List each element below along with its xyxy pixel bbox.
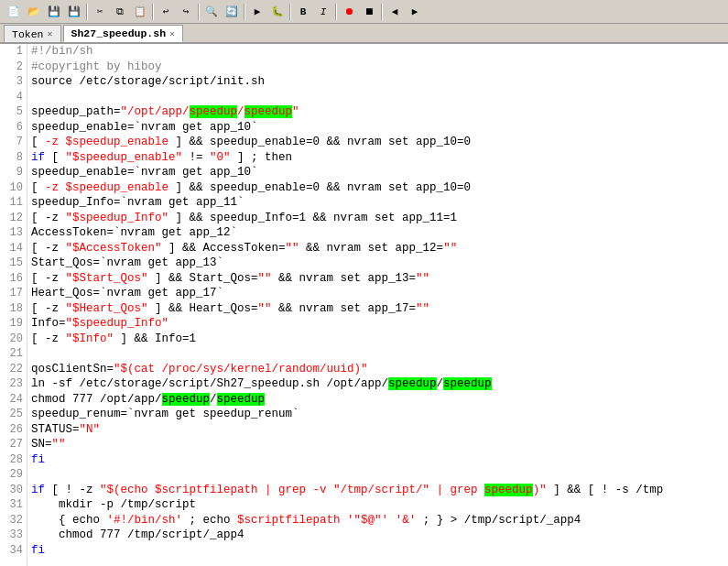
new-file-icon[interactable]: 📄 — [5, 3, 23, 21]
tab-token-close[interactable]: ✕ — [48, 28, 53, 39]
line-number: 29 — [0, 467, 27, 483]
toolbar: 📄 📂 💾 💾 ✂ ⧉ 📋 ↩ ↪ 🔍 🔄 ▶ 🐛 B I ⏺ ⏹ ◀ ▶ — [0, 0, 728, 24]
code-line: [ -z "$Start_Qos" ] && Start_Qos="" && n… — [31, 271, 724, 287]
line-number: 31 — [0, 497, 27, 513]
code-line: source /etc/storage/script/init.sh — [31, 74, 724, 90]
sep5 — [289, 4, 291, 20]
line-number: 18 — [0, 301, 27, 317]
code-line — [31, 90, 724, 105]
tabbar: Token ✕ Sh27_speedup.sh ✕ — [0, 24, 728, 44]
line-number: 15 — [0, 256, 27, 271]
italic-icon[interactable]: I — [314, 3, 332, 21]
code-line: [ -z $speedup_enable ] && speedup_enable… — [31, 180, 724, 196]
search-icon[interactable]: 🔍 — [202, 3, 221, 21]
line-number: 4 — [0, 90, 27, 105]
code-line: STATUS="N" — [31, 422, 724, 438]
tab-sh27[interactable]: Sh27_speedup.sh ✕ — [63, 25, 184, 42]
line-number: 27 — [0, 437, 27, 452]
debug-icon[interactable]: 🐛 — [268, 3, 287, 21]
code-line: Info="$speedup_Info" — [31, 316, 724, 332]
line-number: 13 — [0, 225, 27, 241]
sep6 — [335, 4, 337, 20]
sep2 — [152, 4, 154, 20]
code-line: if [ "$speedup_enable" != "0" ] ; then — [31, 150, 724, 166]
redo-icon[interactable]: ↪ — [177, 3, 195, 21]
line-number: 23 — [0, 376, 27, 392]
line-number: 26 — [0, 422, 27, 438]
code-line — [31, 467, 724, 483]
code-line: speedup_renum=`nvram get speedup_renum` — [31, 407, 724, 422]
code-line: [ -z "$AccessToken" ] && AccessToken="" … — [31, 241, 724, 256]
replace-icon[interactable]: 🔄 — [223, 3, 241, 21]
line-number: 34 — [0, 543, 27, 559]
code-line: chmod 777 /tmp/script/_app4 — [31, 528, 724, 543]
line-number: 9 — [0, 165, 27, 180]
code-line: qosClientSn="$(cat /proc/sys/kernel/rand… — [31, 362, 724, 377]
code-line: ln -sf /etc/storage/script/Sh27_speedup.… — [31, 376, 724, 392]
line-number: 25 — [0, 407, 27, 422]
line-number: 16 — [0, 271, 27, 287]
code-line: #copyright by hiboy — [31, 60, 724, 75]
code-line: chmod 777 /opt/app/speedup/speedup — [31, 392, 724, 408]
code-line: if [ ! -z "$(echo $scriptfilepath | grep… — [31, 483, 724, 498]
line-number: 1 — [0, 44, 27, 60]
run-icon[interactable]: ▶ — [248, 3, 266, 21]
line-number: 12 — [0, 211, 27, 226]
code-line: #!/bin/sh — [31, 44, 724, 60]
code-line: speedup_enable=`nvram get app_10` — [31, 165, 724, 180]
line-number: 21 — [0, 346, 27, 362]
line-number: 5 — [0, 104, 27, 120]
line-number: 24 — [0, 392, 27, 408]
bold-icon[interactable]: B — [294, 3, 312, 21]
line-number: 6 — [0, 120, 27, 136]
save-icon[interactable]: 💾 — [45, 3, 63, 21]
line-number: 11 — [0, 195, 27, 211]
tab-token-label: Token — [12, 28, 44, 40]
line-number: 8 — [0, 150, 27, 166]
editor: 1234567891011121314151617181920212223242… — [0, 44, 728, 566]
line-number: 19 — [0, 316, 27, 332]
code-line: { echo '#!/bin/sh' ; echo $scriptfilepat… — [31, 513, 724, 528]
copy-icon[interactable]: ⧉ — [111, 3, 129, 21]
code-line: speedup_enable=`nvram get app_10` — [31, 120, 724, 136]
tab-token[interactable]: Token ✕ — [4, 25, 61, 42]
line-number: 3 — [0, 74, 27, 90]
line-number: 30 — [0, 483, 27, 498]
code-line: speedup_path="/opt/app/speedup/speedup" — [31, 104, 724, 120]
cut-icon[interactable]: ✂ — [91, 3, 109, 21]
code-line: Start_Qos=`nvram get app_13` — [31, 256, 724, 271]
code-line — [31, 346, 724, 362]
tab-sh27-close[interactable]: ✕ — [169, 28, 175, 39]
undo-icon[interactable]: ↩ — [157, 3, 175, 21]
line-number: 7 — [0, 135, 27, 150]
line-numbers: 1234567891011121314151617181920212223242… — [0, 44, 27, 566]
code-line: mkdir -p /tmp/script — [31, 497, 724, 513]
line-number: 32 — [0, 513, 27, 528]
code-area[interactable]: #!/bin/sh#copyright by hiboysource /etc/… — [27, 44, 728, 566]
next-icon[interactable]: ▶ — [406, 3, 424, 21]
sep4 — [244, 4, 245, 20]
code-line: fi — [31, 543, 724, 559]
paste-icon[interactable]: 📋 — [131, 3, 149, 21]
prev-icon[interactable]: ◀ — [386, 3, 404, 21]
line-number: 22 — [0, 362, 27, 377]
line-number: 10 — [0, 180, 27, 196]
save-all-icon[interactable]: 💾 — [65, 3, 83, 21]
tab-sh27-label: Sh27_speedup.sh — [71, 27, 167, 39]
line-number: 14 — [0, 241, 27, 256]
line-number: 33 — [0, 528, 27, 543]
stop-icon[interactable]: ⏹ — [360, 3, 378, 21]
sep3 — [198, 4, 200, 20]
code-line: SN="" — [31, 437, 724, 452]
code-line: [ -z "$Info" ] && Info=1 — [31, 332, 724, 347]
open-icon[interactable]: 📂 — [25, 3, 43, 21]
line-number: 17 — [0, 286, 27, 301]
record-icon[interactable]: ⏺ — [340, 3, 358, 21]
code-line: [ -z "$Heart_Qos" ] && Heart_Qos="" && n… — [31, 301, 724, 317]
code-line: [ -z $speedup_enable ] && speedup_enable… — [31, 135, 724, 150]
sep7 — [381, 4, 383, 20]
sep1 — [86, 4, 88, 20]
line-number: 28 — [0, 452, 27, 468]
code-line: AccessToken=`nvram get app_12` — [31, 225, 724, 241]
line-number: 20 — [0, 332, 27, 347]
